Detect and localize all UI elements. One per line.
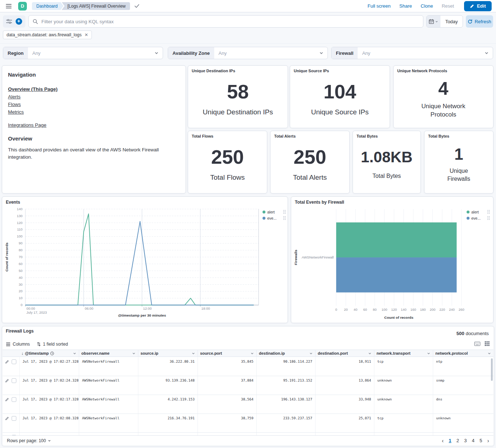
- date-picker: Today: [426, 15, 463, 28]
- column-header-destination.port[interactable]: destination.port: [315, 350, 374, 357]
- full-screen-button[interactable]: Full screen: [367, 3, 391, 9]
- panel-title: Total Flows: [192, 134, 214, 138]
- region-control[interactable]: Region Any: [3, 47, 163, 59]
- cell-observer.name: AWSNetworkFirewall: [79, 395, 138, 414]
- filter-pill[interactable]: data_stream.dataset: aws.firewall_logs ✕: [3, 30, 92, 39]
- scrollbar[interactable]: [491, 358, 493, 381]
- refresh-button[interactable]: Refresh: [466, 15, 493, 28]
- availability-zone-label: Availability Zone: [168, 47, 214, 59]
- calendar-menu[interactable]: [427, 16, 440, 27]
- clone-button[interactable]: Clone: [421, 3, 433, 9]
- legend-actions-icon: [283, 216, 286, 220]
- menu-icon[interactable]: [6, 4, 12, 9]
- page-button-4[interactable]: 4: [472, 438, 475, 443]
- cell-@timestamp: Jul 17, 2023 @ 17:02:24.328: [19, 376, 79, 395]
- series-dot: [263, 211, 265, 213]
- previous-page-button[interactable]: ‹: [442, 437, 444, 444]
- chevron-down-icon: [487, 351, 491, 355]
- reset-button[interactable]: Reset: [442, 3, 454, 9]
- check-icon[interactable]: [134, 4, 139, 8]
- legend-item-eve[interactable]: eve...: [263, 215, 286, 221]
- column-header-@timestamp[interactable]: ↓@timestamp: [19, 350, 79, 357]
- page-button-1[interactable]: 1: [449, 438, 451, 443]
- region-value: Any: [28, 50, 154, 56]
- columns-button[interactable]: Columns: [6, 342, 30, 347]
- filter-sliders-icon[interactable]: [6, 19, 12, 24]
- nav-link-flows[interactable]: Flows: [8, 102, 21, 107]
- svg-text:260: 260: [459, 308, 464, 311]
- page-button-5[interactable]: 5: [480, 438, 482, 443]
- page-button-2[interactable]: 2: [456, 438, 459, 443]
- navigation-panel: Navigation Overview (This Page) Alerts F…: [2, 65, 186, 194]
- metric-value: 1.08KB: [361, 150, 412, 165]
- svg-text:140: 140: [17, 207, 23, 211]
- column-header-source.port[interactable]: source.port: [198, 350, 256, 357]
- cell-network.transport: tcp: [374, 414, 433, 432]
- breadcrumb-dashboard[interactable]: Dashboard: [32, 2, 64, 10]
- cell-destination.port: 18,911: [315, 357, 374, 376]
- legend-item-alert[interactable]: alert: [263, 209, 286, 215]
- nav-link-metrics[interactable]: Metrics: [8, 109, 24, 115]
- metric-label: Unique Destination IPs: [203, 107, 273, 117]
- availability-zone-control[interactable]: Availability Zone Any: [168, 47, 328, 59]
- add-filter-icon[interactable]: +: [16, 18, 22, 25]
- overview-description: This dashboard provides an overall view …: [8, 146, 168, 160]
- row-checkbox[interactable]: [12, 378, 16, 383]
- row-checkbox[interactable]: [12, 397, 16, 402]
- legend-label: eve...: [471, 216, 481, 220]
- cell-network.protocol: unknown: [433, 414, 493, 432]
- share-button[interactable]: Share: [399, 3, 412, 9]
- edit-button[interactable]: Edit: [464, 1, 492, 11]
- svg-text:20: 20: [344, 308, 348, 311]
- svg-text:00:00: 00:00: [27, 306, 35, 310]
- remove-filter-icon[interactable]: ✕: [85, 33, 88, 37]
- edit-row-icon[interactable]: [5, 360, 9, 364]
- region-label: Region: [3, 47, 28, 59]
- firewall-control[interactable]: Firewall Any: [331, 47, 493, 59]
- cell-network.protocol: dns: [433, 395, 493, 414]
- keyboard-shortcuts-icon[interactable]: [474, 342, 480, 346]
- chevron-down-icon: [309, 351, 313, 355]
- row-checkbox[interactable]: [12, 359, 16, 364]
- column-header-observer.name[interactable]: observer.name: [79, 350, 138, 357]
- series-dot: [467, 217, 469, 220]
- nav-link-overview[interactable]: Overview (This Page): [8, 86, 58, 92]
- svg-text:160: 160: [410, 308, 416, 311]
- chevron-down-icon: [191, 351, 195, 355]
- column-header-source.ip[interactable]: source.ip: [138, 350, 198, 357]
- column-header-network.protocol[interactable]: network.protocol: [433, 350, 493, 357]
- legend-item-eve[interactable]: eve...: [467, 215, 490, 221]
- svg-text:40: 40: [354, 308, 358, 311]
- edit-row-icon[interactable]: [5, 379, 9, 383]
- cell-source.port: 35,845: [198, 357, 256, 376]
- edit-row-icon[interactable]: [5, 416, 9, 420]
- cell-source.ip: 4.242.119.153: [138, 395, 198, 414]
- cell-source.ip: 216.34.76.191: [138, 414, 198, 432]
- nav-link-integrations[interactable]: Integrations Page: [8, 122, 46, 128]
- next-page-button[interactable]: ›: [487, 437, 489, 444]
- nav-link-alerts[interactable]: Alerts: [8, 94, 21, 99]
- edit-row-icon[interactable]: [5, 398, 9, 402]
- svg-text:180: 180: [420, 308, 426, 311]
- legend-label: eve...: [267, 216, 277, 220]
- row-checkbox[interactable]: [12, 416, 16, 421]
- cell-destination.port: 13,064: [315, 376, 374, 395]
- cell-@timestamp: Jul 17, 2023 @ 17:02:27.328: [19, 357, 79, 376]
- cell-@timestamp: Jul 17, 2023 @ 17:02:08.328: [19, 414, 79, 432]
- sorted-fields-button[interactable]: 1 field sorted: [37, 342, 68, 347]
- column-header-network.transport[interactable]: network.transport: [374, 350, 433, 357]
- availability-zone-value: Any: [214, 50, 319, 56]
- legend-label: alert: [267, 210, 275, 214]
- chevron-down-icon: [484, 50, 489, 56]
- column-header-destination.ip[interactable]: destination.ip: [256, 350, 315, 357]
- rows-per-page-button[interactable]: Rows per page: 100: [7, 438, 51, 443]
- kql-search-input[interactable]: [41, 19, 419, 24]
- display-options-icon[interactable]: [485, 341, 489, 346]
- breadcrumb-current[interactable]: [Logs AWS] Firewall Overview: [62, 2, 130, 10]
- today-button[interactable]: Today: [440, 16, 463, 27]
- svg-text:50: 50: [19, 269, 23, 273]
- firewall-logs-panel: Firewall Logs 500 documents Columns 1 fi…: [2, 326, 494, 446]
- page-button-3[interactable]: 3: [464, 438, 467, 443]
- space-avatar[interactable]: D: [18, 2, 27, 11]
- legend-item-alert[interactable]: alert: [467, 209, 490, 215]
